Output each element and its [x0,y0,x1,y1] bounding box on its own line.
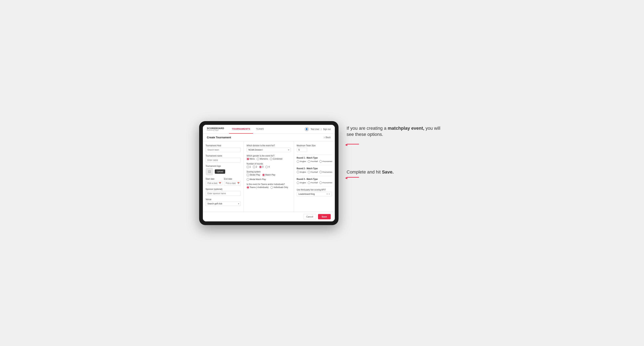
sponsor-label: Sponsor (optional) [206,188,241,190]
gender-label: Which gender is the event for? [247,155,291,157]
arrow-top-indicator: ◀ [347,144,445,145]
nav-bar: SCOREBOARD Powered by clippit TOURNAMENT… [203,125,335,134]
round1-fourball[interactable]: Fourball [308,160,318,163]
nav-tabs: TOURNAMENTS TEAMS [229,125,304,134]
back-button[interactable]: ‹ Back [324,136,330,139]
max-team-size-input[interactable] [297,148,307,152]
venue-select[interactable]: Search golf club [206,201,241,206]
scoring-medal-match-play[interactable]: Medal Match Play [247,178,266,181]
tournament-name-label: Tournament name [206,155,241,157]
scoring-match-play-label: Match Play [265,174,276,176]
signout-link[interactable]: Sign out [323,128,331,130]
date-fields: Start date End date [206,178,241,185]
round1-foursomes[interactable]: Foursomes [320,160,332,163]
max-team-size-label: Maximum Team Size [297,145,332,147]
teams-teams-plus-label: Teams (+Individuals) [250,186,268,188]
venue-field: Venue Search golf club [206,198,241,206]
start-date-label: Start date [206,178,222,180]
scoring-radio-group: Stroke Play Match Play Medal Match Play [247,174,291,181]
round1-singles[interactable]: Singles [297,160,306,163]
logo-placeholder-icon: 🖼 [206,168,213,175]
division-select[interactable]: NCAA Division I [247,148,291,152]
gender-womens[interactable]: Womens [257,158,268,160]
round2-label: Round 2 - Match Type [297,167,332,170]
page-title: Create Tournament [207,136,231,139]
logo-area: SCOREBOARD Powered by clippit [207,127,224,131]
nav-divider: | [321,128,322,130]
page-header: Create Tournament ‹ Back [203,134,335,141]
scoring-stroke-play[interactable]: Stroke Play [247,174,260,176]
scoring-match-play[interactable]: Match Play [262,174,276,176]
gender-mens-label: Mens [250,158,255,160]
start-date-input[interactable] [206,181,222,185]
teams-label: Is this event for Teams and/or Individua… [247,183,291,185]
annotation-top-text: If you are creating a matchplay event, y… [347,125,445,138]
round2-singles[interactable]: Singles [297,171,306,173]
round3-singles[interactable]: Singles [297,181,306,184]
tab-tournaments[interactable]: TOURNAMENTS [229,125,253,134]
round2-match-type-group: Singles Fourball Foursomes [297,171,332,173]
tournament-name-input[interactable] [206,158,241,163]
gender-combined[interactable]: Combined [270,158,282,160]
rounds-field: Number of rounds 1 2 [247,163,291,168]
scoring-medal-match-play-label: Medal Match Play [250,178,266,180]
upload-button[interactable]: Upload [215,170,226,174]
round2-match-type: Round 2 - Match Type Singles Fourball [297,167,332,173]
venue-label: Venue [206,198,241,200]
api-select-wrapper[interactable]: Leaderboard King ✕ ▾ [297,192,332,196]
end-date-field: End date [224,178,241,185]
sponsor-field: Sponsor (optional) [206,188,241,196]
teams-teams-plus[interactable]: Teams (+Individuals) [247,186,268,189]
round3-foursomes[interactable]: Foursomes [320,181,332,184]
teams-radio-group: Teams (+Individuals) Individuals Only [247,186,291,189]
form-col-mid: Which division is the event for? NCAA Di… [244,141,294,212]
round3-fourball[interactable]: Fourball [308,181,318,184]
round2-fourball[interactable]: Fourball [308,171,318,173]
rounds-label: Number of rounds [247,163,291,165]
start-date-field: Start date [206,178,222,185]
round2-foursomes[interactable]: Foursomes [320,171,332,173]
end-date-label: End date [224,178,241,180]
teams-individuals-only-label: Individuals Only [274,186,288,188]
avatar: 👤 [304,127,309,131]
round3-match-type: Round 3 - Match Type Singles Fourball [297,178,332,184]
round1-match-type: Round 1 - Match Type Singles Fourball [297,157,332,163]
annotation-area: If you are creating a matchplay event, y… [347,121,445,182]
arrow-head-top: ◀ [345,143,347,146]
round1-match-type-group: Singles Fourball Foursomes [297,160,332,163]
annotation-top-block: If you are creating a matchplay event, y… [347,125,445,145]
scoring-label: Scoring system [247,171,291,173]
form-col-left: Tournament Host Tournament name Tourname… [203,141,244,212]
sponsor-input[interactable] [206,191,241,196]
max-team-size-field: Maximum Team Size [297,145,332,152]
tournament-name-field: Tournament name [206,155,241,163]
rounds-radio-group: 1 2 3 4 [247,166,291,168]
cancel-button[interactable]: Cancel [303,214,316,219]
rounds-3-label: 3 [262,166,264,168]
teams-individuals-only[interactable]: Individuals Only [270,186,288,189]
rounds-4-label: 4 [268,166,270,168]
api-label: Use third-party live scoring API? [297,189,332,191]
arrow-bottom-indicator: ◀ [347,177,445,177]
save-button[interactable]: Save [318,214,331,219]
end-date-input[interactable] [224,181,241,185]
gender-mens[interactable]: Mens [247,158,255,160]
api-clear-icon[interactable]: ✕ ▾ [326,193,330,195]
tablet-screen: SCOREBOARD Powered by clippit TOURNAMENT… [203,125,335,221]
nav-right: 👤 Test User | Sign out [304,127,331,131]
scoring-stroke-play-label: Stroke Play [250,174,260,176]
create-tournament-form: Tournament Host Tournament name Tourname… [203,141,335,212]
tab-teams[interactable]: TEAMS [253,125,267,134]
rounds-4[interactable]: 4 [265,166,270,168]
logo-text: SCOREBOARD [207,127,224,130]
rounds-1[interactable]: 1 [247,166,251,168]
rounds-3[interactable]: 3 [259,166,264,168]
division-field: Which division is the event for? NCAA Di… [247,145,291,152]
rounds-2[interactable]: 2 [253,166,257,168]
gender-combined-label: Combined [273,158,282,160]
chevron-left-icon: ‹ [324,136,325,139]
annotation-bottom-block: Complete and hit Save. ◀ [347,169,445,177]
logo-upload-area: 🖼 Upload [206,168,241,175]
tournament-logo-label: Tournament logo [206,165,241,167]
tournament-host-input[interactable] [206,148,241,152]
